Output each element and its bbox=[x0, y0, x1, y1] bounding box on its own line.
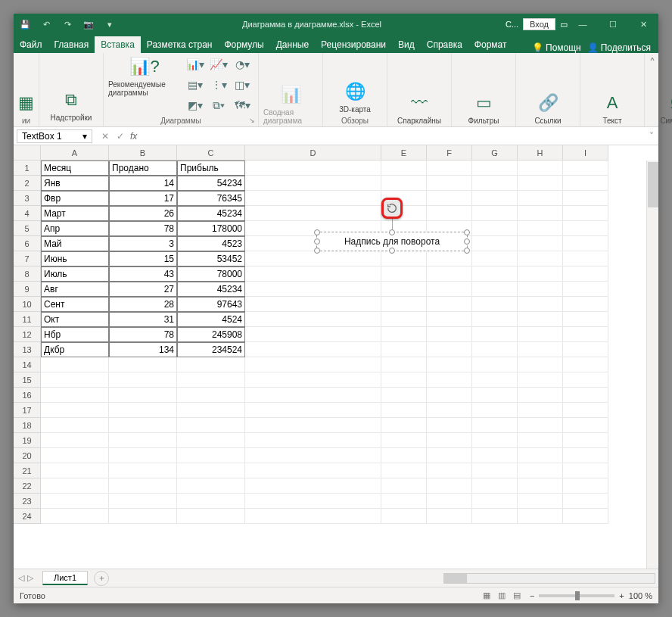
cell[interactable] bbox=[427, 251, 472, 266]
row-header[interactable]: 1 bbox=[14, 160, 41, 176]
undo-icon[interactable]: ↶ bbox=[38, 16, 54, 33]
cell[interactable] bbox=[563, 372, 608, 388]
stat-chart-icon[interactable]: ◩▾ bbox=[185, 97, 205, 114]
cell[interactable] bbox=[518, 221, 563, 236]
cell[interactable] bbox=[381, 282, 427, 297]
row-header[interactable]: 21 bbox=[14, 463, 41, 478]
row-header[interactable]: 12 bbox=[14, 327, 41, 342]
zoom-slider[interactable] bbox=[539, 594, 614, 597]
cell[interactable] bbox=[472, 403, 518, 418]
cell[interactable] bbox=[381, 463, 427, 478]
row-header[interactable]: 9 bbox=[14, 282, 41, 297]
cell[interactable] bbox=[563, 266, 608, 282]
cell[interactable]: 43 bbox=[109, 266, 177, 282]
col-header[interactable]: F bbox=[427, 145, 472, 160]
line-chart-icon[interactable]: 📈▾ bbox=[209, 56, 229, 73]
cell[interactable]: 245908 bbox=[177, 327, 245, 342]
map-chart-icon[interactable]: 🗺▾ bbox=[232, 97, 252, 114]
cell[interactable]: 4523 bbox=[177, 236, 245, 251]
cell[interactable]: 78 bbox=[109, 327, 177, 342]
row-header[interactable]: 7 bbox=[14, 251, 41, 266]
save-icon[interactable]: 💾 bbox=[17, 16, 33, 33]
cell[interactable] bbox=[427, 509, 472, 524]
cell[interactable] bbox=[563, 191, 608, 206]
cell[interactable] bbox=[563, 327, 608, 342]
cell[interactable] bbox=[563, 160, 608, 176]
row-header[interactable]: 13 bbox=[14, 342, 41, 357]
cell[interactable]: 53452 bbox=[177, 251, 245, 266]
cell[interactable] bbox=[245, 509, 381, 524]
tab-view[interactable]: Вид bbox=[392, 36, 421, 53]
cell[interactable]: 45234 bbox=[177, 282, 245, 297]
cell[interactable] bbox=[563, 221, 608, 236]
cell[interactable] bbox=[518, 494, 563, 509]
cell[interactable] bbox=[518, 297, 563, 312]
cell[interactable] bbox=[41, 463, 109, 478]
cell[interactable] bbox=[563, 463, 608, 478]
accept-formula-icon[interactable]: ✓ bbox=[117, 131, 124, 142]
cell[interactable]: 76345 bbox=[177, 191, 245, 206]
resize-handle[interactable] bbox=[314, 229, 320, 235]
cell[interactable] bbox=[563, 236, 608, 251]
row-header[interactable]: 17 bbox=[14, 403, 41, 418]
cell[interactable] bbox=[518, 388, 563, 403]
cell[interactable] bbox=[427, 206, 472, 221]
cell[interactable] bbox=[472, 418, 518, 433]
row-header[interactable]: 20 bbox=[14, 448, 41, 463]
cell[interactable]: Прибыль bbox=[177, 160, 245, 176]
cell[interactable] bbox=[472, 160, 518, 176]
cell[interactable] bbox=[563, 297, 608, 312]
redo-icon[interactable]: ↷ bbox=[59, 16, 76, 33]
cell[interactable]: Фвр bbox=[41, 191, 109, 206]
cell[interactable] bbox=[472, 372, 518, 388]
cell[interactable] bbox=[563, 342, 608, 357]
cell[interactable] bbox=[427, 372, 472, 388]
cell[interactable] bbox=[518, 448, 563, 463]
cell[interactable] bbox=[381, 266, 427, 282]
cell[interactable] bbox=[245, 251, 381, 266]
cell[interactable] bbox=[381, 176, 427, 191]
resize-handle[interactable] bbox=[464, 229, 470, 235]
cell[interactable] bbox=[381, 372, 427, 388]
minimize-button[interactable]: — bbox=[568, 14, 598, 35]
hierarchy-chart-icon[interactable]: ▤▾ bbox=[185, 76, 205, 93]
cell[interactable] bbox=[518, 433, 563, 448]
cell[interactable] bbox=[563, 494, 608, 509]
cell[interactable] bbox=[245, 282, 381, 297]
cell[interactable]: 54234 bbox=[177, 176, 245, 191]
cell[interactable] bbox=[518, 236, 563, 251]
vertical-scrollbar[interactable] bbox=[646, 160, 658, 569]
cell[interactable] bbox=[381, 251, 427, 266]
resize-handle[interactable] bbox=[314, 248, 320, 254]
surface-chart-icon[interactable]: ◫▾ bbox=[232, 76, 252, 93]
cell[interactable] bbox=[472, 191, 518, 206]
tab-file[interactable]: Файл bbox=[14, 36, 48, 53]
cell[interactable] bbox=[381, 403, 427, 418]
cell[interactable] bbox=[177, 463, 245, 478]
cell[interactable]: Дкбр bbox=[41, 342, 109, 357]
row-header[interactable]: 22 bbox=[14, 478, 41, 494]
tables-icon[interactable]: ▦ bbox=[16, 92, 37, 114]
cell[interactable] bbox=[518, 403, 563, 418]
cell[interactable] bbox=[41, 478, 109, 494]
cell[interactable] bbox=[109, 463, 177, 478]
cell[interactable] bbox=[518, 478, 563, 494]
col-header[interactable]: I bbox=[563, 145, 608, 160]
row-header[interactable]: 2 bbox=[14, 176, 41, 191]
tab-help[interactable]: Справка bbox=[421, 36, 468, 53]
cell[interactable] bbox=[472, 327, 518, 342]
cell[interactable]: 134 bbox=[109, 342, 177, 357]
cell[interactable] bbox=[245, 372, 381, 388]
cell[interactable] bbox=[109, 509, 177, 524]
cancel-formula-icon[interactable]: ✕ bbox=[101, 131, 109, 142]
cell[interactable] bbox=[427, 342, 472, 357]
links-button[interactable]: 🔗Ссылки bbox=[521, 92, 575, 125]
cell[interactable] bbox=[381, 448, 427, 463]
horizontal-scrollbar[interactable] bbox=[109, 573, 658, 584]
tab-review[interactable]: Рецензировани bbox=[315, 36, 392, 53]
cell[interactable] bbox=[381, 509, 427, 524]
cell[interactable] bbox=[381, 312, 427, 327]
cell[interactable] bbox=[427, 478, 472, 494]
map-3d-button[interactable]: 🌐3D-карта bbox=[328, 81, 382, 114]
cell[interactable] bbox=[109, 433, 177, 448]
